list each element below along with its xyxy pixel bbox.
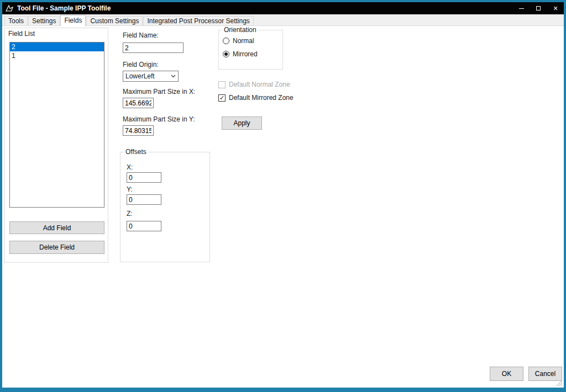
maximize-button[interactable] bbox=[534, 4, 542, 12]
offset-y-input[interactable] bbox=[127, 194, 161, 205]
cancel-button[interactable]: Cancel bbox=[528, 367, 562, 381]
offset-z-label: Z: bbox=[127, 210, 133, 218]
orientation-group-label: Orientation bbox=[222, 26, 258, 34]
field-list-item[interactable]: 2 bbox=[10, 43, 104, 51]
window-title: Tool File - Sample IPP Toolfile bbox=[17, 4, 517, 12]
orientation-group: Orientation Normal Mirrored bbox=[218, 30, 283, 70]
offset-z-input[interactable] bbox=[127, 221, 161, 231]
offsets-group-label: Offsets bbox=[124, 148, 148, 156]
radio-mirrored-label: Mirrored bbox=[233, 50, 258, 58]
app-icon bbox=[6, 5, 13, 12]
tab-bar: Tools Settings Fields Custom Settings In… bbox=[2, 14, 564, 26]
field-name-label: Field Name: bbox=[123, 31, 159, 39]
radio-mirrored[interactable]: Mirrored bbox=[223, 50, 258, 58]
add-field-button[interactable]: Add Field bbox=[9, 221, 104, 234]
offsets-group: Offsets X: Y: Z: bbox=[120, 152, 210, 262]
field-list-group-label: Field List bbox=[8, 30, 35, 38]
max-part-x-input[interactable] bbox=[123, 98, 154, 108]
checkbox-unchecked-icon bbox=[218, 81, 226, 88]
checkbox-checked-icon: ✓ bbox=[218, 94, 226, 102]
delete-field-button[interactable]: Delete Field bbox=[9, 241, 104, 254]
close-button[interactable]: × bbox=[552, 4, 559, 12]
max-part-y-input[interactable] bbox=[123, 125, 154, 136]
titlebar[interactable]: Tool File - Sample IPP Toolfile × bbox=[2, 2, 564, 14]
radio-normal[interactable]: Normal bbox=[223, 37, 254, 45]
field-origin-label: Field Origin: bbox=[123, 61, 159, 68]
tab-custom-settings[interactable]: Custom Settings bbox=[86, 16, 143, 25]
field-origin-value: LowerLeft bbox=[125, 72, 155, 80]
minimize-icon bbox=[519, 8, 524, 9]
window-controls: × bbox=[517, 4, 559, 12]
minimize-button[interactable] bbox=[517, 4, 525, 12]
tab-settings[interactable]: Settings bbox=[28, 16, 60, 25]
apply-button[interactable]: Apply bbox=[222, 116, 262, 130]
tab-fields[interactable]: Fields bbox=[60, 15, 86, 26]
field-list[interactable]: 2 1 bbox=[9, 42, 104, 208]
offset-x-input[interactable] bbox=[127, 172, 161, 183]
checkbox-default-normal-zone: Default Normal Zone bbox=[218, 81, 290, 88]
offset-y-label: Y: bbox=[127, 186, 133, 193]
ok-button[interactable]: OK bbox=[490, 367, 523, 381]
max-part-y-label: Maximum Part Size in Y: bbox=[123, 115, 195, 123]
check-glyph: ✓ bbox=[219, 95, 224, 101]
max-part-x-label: Maximum Part Size in X: bbox=[123, 88, 195, 96]
field-name-input[interactable] bbox=[123, 43, 184, 53]
fields-tab-panel: Field List 2 1 Add Field Delete Field Fi… bbox=[2, 26, 564, 388]
radio-checked-icon bbox=[223, 51, 229, 57]
maximize-icon bbox=[536, 6, 541, 10]
default-normal-zone-label: Default Normal Zone bbox=[229, 81, 290, 88]
radio-unchecked-icon bbox=[223, 38, 229, 44]
offset-x-label: X: bbox=[127, 163, 133, 171]
resize-grip[interactable] bbox=[556, 380, 563, 386]
field-origin-select[interactable]: LowerLeft bbox=[123, 71, 179, 82]
tool-file-window: Tool File - Sample IPP Toolfile × Tools … bbox=[0, 0, 566, 392]
radio-normal-label: Normal bbox=[233, 37, 254, 45]
field-list-item[interactable]: 1 bbox=[10, 51, 104, 60]
tab-tools[interactable]: Tools bbox=[4, 16, 28, 25]
checkbox-default-mirrored-zone[interactable]: ✓ Default Mirrored Zone bbox=[218, 94, 294, 102]
close-icon: × bbox=[553, 4, 558, 12]
field-list-group: Field List 2 1 Add Field Delete Field bbox=[4, 28, 108, 263]
default-mirrored-zone-label: Default Mirrored Zone bbox=[229, 94, 294, 102]
tab-ipp-settings[interactable]: Integrated Post Processor Settings bbox=[143, 16, 253, 25]
chevron-down-icon bbox=[171, 75, 176, 78]
